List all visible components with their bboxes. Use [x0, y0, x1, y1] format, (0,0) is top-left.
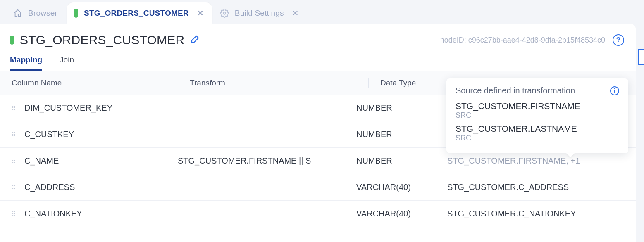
- tab-bar: Browser STG_ORDERS_CUSTOMER ✕ Build Sett…: [0, 0, 644, 24]
- drag-handle-icon[interactable]: ⠿: [12, 131, 15, 138]
- tab-build-settings[interactable]: Build Settings ✕: [212, 2, 308, 24]
- cell-transform: STG_CUSTOMER.FIRSTNAME || S: [178, 156, 356, 166]
- info-icon[interactable]: i: [610, 86, 619, 95]
- tab-build-label: Build Settings: [235, 9, 284, 18]
- popover-entry: STG_CUSTOMER.FIRSTNAME SRC: [456, 101, 619, 120]
- close-icon[interactable]: ✕: [292, 9, 298, 17]
- popover-entry-sub: SRC: [456, 111, 619, 120]
- cell-datatype: VARCHAR(40): [356, 183, 447, 192]
- cell-column-name: C_CUSTKEY: [24, 130, 74, 139]
- drag-handle-icon[interactable]: ⠿: [12, 184, 15, 191]
- cell-column-name: C_NAME: [24, 156, 59, 166]
- tab-browser[interactable]: Browser: [6, 2, 67, 24]
- popover-entry: STG_CUSTOMER.LASTNAME SRC: [456, 124, 619, 142]
- svg-point-0: [223, 12, 226, 14]
- cell-source: STG_CUSTOMER.C_ADDRESS: [447, 183, 636, 192]
- edit-icon[interactable]: [190, 34, 200, 46]
- header-right: nodeID: c96c27bb-aae4-42d8-9dfa-2b15f485…: [440, 34, 624, 46]
- tab-node-label: STG_ORDERS_CUSTOMER: [84, 9, 189, 18]
- table-row[interactable]: ⠿ C_NATIONKEY VARCHAR(40) STG_CUSTOMER.C…: [0, 201, 636, 227]
- editor-subtabs: Mapping Join: [0, 51, 636, 71]
- col-header-transform: Transform: [190, 78, 368, 88]
- column-divider: [178, 78, 178, 88]
- node-editor-panel: STG_ORDERS_CUSTOMER nodeID: c96c27bb-aae…: [0, 24, 636, 242]
- close-icon[interactable]: ✕: [197, 9, 203, 17]
- cell-column-name: C_ADDRESS: [24, 183, 75, 192]
- popover-title: Source defined in transformation: [456, 86, 575, 95]
- popover-tail: [566, 153, 575, 157]
- column-divider: [368, 78, 369, 88]
- drag-handle-icon[interactable]: ⠿: [12, 211, 15, 217]
- cell-column-name: C_NATIONKEY: [24, 209, 82, 218]
- node-id-label: nodeID: c96c27bb-aae4-42d8-9dfa-2b15f485…: [440, 36, 605, 45]
- subtab-join[interactable]: Join: [60, 55, 74, 71]
- gear-icon: [220, 9, 229, 18]
- popover-entry-sub: SRC: [456, 134, 619, 142]
- node-type-indicator-icon: [74, 9, 78, 18]
- cell-datatype: NUMBER: [356, 130, 447, 139]
- home-icon: [13, 9, 22, 18]
- cell-column-name: DIM_CUSTOMER_KEY: [24, 103, 112, 113]
- panel-header: STG_ORDERS_CUSTOMER nodeID: c96c27bb-aae…: [0, 24, 636, 51]
- cell-datatype: NUMBER: [356, 156, 447, 166]
- tab-browser-label: Browser: [28, 9, 57, 18]
- node-type-indicator-icon: [10, 36, 14, 45]
- table-row[interactable]: ⠿ C_ADDRESS VARCHAR(40) STG_CUSTOMER.C_A…: [0, 174, 636, 201]
- col-header-name: Column Name: [12, 78, 178, 88]
- tab-node[interactable]: STG_ORDERS_CUSTOMER ✕: [67, 2, 212, 24]
- cell-datatype: NUMBER: [356, 103, 447, 113]
- cell-source: STG_CUSTOMER.C_NATIONKEY: [447, 209, 636, 218]
- subtab-mapping[interactable]: Mapping: [10, 55, 42, 71]
- cell-datatype: VARCHAR(40): [356, 209, 447, 218]
- title-wrap: STG_ORDERS_CUSTOMER: [10, 33, 200, 47]
- popover-entry-name: STG_CUSTOMER.FIRSTNAME: [456, 101, 619, 111]
- right-panel-toggle[interactable]: [638, 49, 644, 65]
- source-transformation-popover: Source defined in transformation i STG_C…: [446, 78, 628, 153]
- help-icon[interactable]: ?: [613, 34, 624, 46]
- drag-handle-icon[interactable]: ⠿: [12, 105, 15, 112]
- popover-entry-name: STG_CUSTOMER.LASTNAME: [456, 124, 619, 134]
- cell-source: STG_CUSTOMER.FIRSTNAME, +1: [447, 156, 636, 166]
- page-title: STG_ORDERS_CUSTOMER: [20, 33, 184, 47]
- drag-handle-icon[interactable]: ⠿: [12, 158, 15, 164]
